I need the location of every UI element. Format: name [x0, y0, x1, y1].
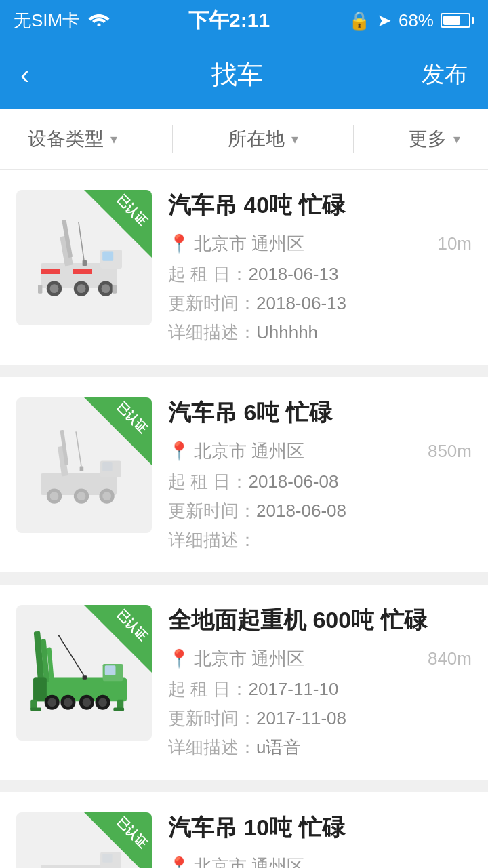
- rent-date-row-3: 起 租 日：2017-11-10: [168, 677, 472, 701]
- svg-rect-10: [73, 269, 92, 274]
- svg-point-12: [50, 284, 59, 293]
- rent-date-row-1: 起 租 日：2018-06-13: [168, 262, 472, 286]
- update-value-3: 2017-11-08: [256, 708, 346, 728]
- location-row-3: 📍 北京市 通州区 840m: [168, 647, 472, 671]
- chevron-down-icon-2: ▾: [291, 131, 298, 147]
- listing-title-4: 汽车吊 10吨 忙碌: [168, 812, 472, 844]
- svg-point-46: [47, 698, 56, 707]
- battery-icon: [441, 13, 474, 28]
- location-pin-icon-4: 📍: [168, 856, 190, 868]
- listing-card-4[interactable]: 已认证 汽车吊 10吨 忙碌 📍 北京市 通州区: [0, 792, 488, 868]
- desc-label-1: 详细描述：: [168, 322, 256, 342]
- svg-rect-25: [80, 467, 84, 471]
- desc-row-3: 详细描述：u语音: [168, 736, 472, 760]
- listing-title-2: 汽车吊 6吨 忙碌: [168, 397, 472, 429]
- location-filter[interactable]: 所在地 ▾: [228, 126, 298, 152]
- svg-rect-7: [83, 260, 87, 266]
- battery-percent: 68%: [399, 10, 434, 31]
- location-text-4: 北京市 通州区: [194, 854, 304, 868]
- verified-badge-1: 已认证: [84, 190, 152, 258]
- separator-2: [0, 573, 488, 584]
- location-3: 📍 北京市 通州区: [168, 647, 304, 671]
- page-title: 找车: [61, 58, 413, 92]
- listing-image-1: 已认证: [16, 190, 152, 326]
- card-meta-2: 起 租 日：2018-06-08 更新时间：2018-06-08 详细描述：: [168, 470, 472, 552]
- location-pin-icon-2: 📍: [168, 441, 190, 462]
- location-text-3: 北京市 通州区: [194, 647, 304, 671]
- lock-icon: 🔒: [348, 10, 370, 31]
- rent-date-value-3: 2017-11-10: [248, 679, 338, 699]
- location-row-1: 📍 北京市 通州区 10m: [168, 232, 472, 256]
- chevron-down-icon-3: ▾: [453, 131, 460, 147]
- distance-1: 10m: [437, 233, 472, 254]
- desc-label-3: 详细描述：: [168, 737, 256, 757]
- sim-status: 无SIM卡: [14, 9, 80, 33]
- separator-3: [0, 781, 488, 791]
- card-content-3: 全地面起重机 600吨 忙碌 📍 北京市 通州区 840m 起 租 日：2017…: [168, 605, 472, 760]
- back-button[interactable]: ‹: [20, 60, 61, 90]
- location-arrow-icon: ➤: [377, 10, 392, 31]
- listing-card-1[interactable]: 已认证 汽车吊 40吨 忙碌 📍 北京市 通州区 10m 起 租 日：2018-…: [0, 170, 488, 365]
- rent-date-label-2: 起 租 日：: [168, 471, 248, 492]
- update-value-1: 2018-06-13: [256, 293, 346, 313]
- location-row-4: 📍 北京市 通州区: [168, 854, 472, 868]
- verified-text-3: 已认证: [113, 606, 150, 644]
- chevron-down-icon: ▾: [110, 131, 117, 147]
- wifi-icon: [88, 10, 110, 31]
- rent-date-label-3: 起 租 日：: [168, 679, 248, 699]
- equipment-type-label: 设备类型: [28, 126, 104, 152]
- update-date-row-2: 更新时间：2018-06-08: [168, 499, 472, 523]
- svg-rect-42: [30, 708, 41, 711]
- location-row-2: 📍 北京市 通州区 850m: [168, 439, 472, 463]
- listing-title-3: 全地面起重机 600吨 忙碌: [168, 605, 472, 636]
- location-pin-icon-1: 📍: [168, 233, 190, 254]
- svg-point-29: [77, 492, 86, 500]
- nav-bar: ‹ 找车 发布: [0, 41, 488, 108]
- listing-title-1: 汽车吊 40吨 忙碌: [168, 190, 472, 221]
- svg-rect-40: [83, 675, 87, 679]
- rent-date-value-1: 2018-06-13: [248, 264, 338, 284]
- listing-card-3[interactable]: 已认证 全地面起重机 600吨 忙碌 📍 北京市 通州区 840m 起 租 日：…: [0, 585, 488, 780]
- svg-rect-44: [113, 708, 124, 711]
- listings-list: 已认证 汽车吊 40吨 忙碌 📍 北京市 通州区 10m 起 租 日：2018-…: [0, 170, 488, 868]
- desc-value-1: Uhhhhh: [256, 322, 318, 342]
- verified-badge-3: 已认证: [84, 605, 152, 673]
- card-meta-1: 起 租 日：2018-06-13 更新时间：2018-06-13 详细描述：Uh…: [168, 262, 472, 344]
- location-1: 📍 北京市 通州区: [168, 232, 304, 256]
- card-content-2: 汽车吊 6吨 忙碌 📍 北京市 通州区 850m 起 租 日：2018-06-0…: [168, 397, 472, 552]
- status-left: 无SIM卡: [14, 9, 110, 33]
- verified-text-4: 已认证: [113, 814, 150, 851]
- verified-badge-2: 已认证: [84, 397, 152, 465]
- location-text-2: 北京市 通州区: [194, 439, 304, 463]
- svg-point-48: [64, 698, 73, 707]
- svg-point-50: [83, 698, 92, 707]
- more-filter[interactable]: 更多 ▾: [409, 126, 460, 152]
- svg-point-31: [102, 492, 111, 500]
- location-4: 📍 北京市 通州区: [168, 854, 304, 868]
- svg-rect-18: [113, 285, 117, 294]
- filter-bar: 设备类型 ▾ 所在地 ▾ 更多 ▾: [0, 108, 488, 170]
- svg-rect-17: [38, 285, 42, 294]
- publish-button[interactable]: 发布: [413, 59, 468, 90]
- verified-text-2: 已认证: [113, 399, 150, 436]
- update-date-row-3: 更新时间：2017-11-08: [168, 707, 472, 730]
- equipment-type-filter[interactable]: 设备类型 ▾: [28, 126, 117, 152]
- svg-line-24: [76, 431, 81, 466]
- desc-label-2: 详细描述：: [168, 530, 256, 550]
- card-content-4: 汽车吊 10吨 忙碌 📍 北京市 通州区: [168, 812, 472, 868]
- update-date-row-1: 更新时间：2018-06-13: [168, 292, 472, 315]
- card-meta-3: 起 租 日：2017-11-10 更新时间：2017-11-08 详细描述：u语…: [168, 677, 472, 760]
- svg-rect-38: [33, 677, 47, 701]
- rent-date-label-1: 起 租 日：: [168, 264, 248, 284]
- listing-card-2[interactable]: 已认证 汽车吊 6吨 忙碌 📍 北京市 通州区 850m 起 租 日：2018-…: [0, 377, 488, 572]
- update-label-3: 更新时间：: [168, 708, 256, 728]
- svg-point-16: [102, 284, 110, 293]
- filter-divider-2: [353, 125, 354, 153]
- status-time: 下午2:11: [188, 7, 270, 35]
- update-label-2: 更新时间：: [168, 500, 256, 521]
- location-pin-icon-3: 📍: [168, 648, 190, 669]
- svg-point-27: [50, 492, 59, 500]
- desc-row-2: 详细描述：: [168, 528, 472, 552]
- listing-image-3: 已认证: [16, 605, 152, 741]
- listing-image-2: 已认证: [16, 397, 152, 533]
